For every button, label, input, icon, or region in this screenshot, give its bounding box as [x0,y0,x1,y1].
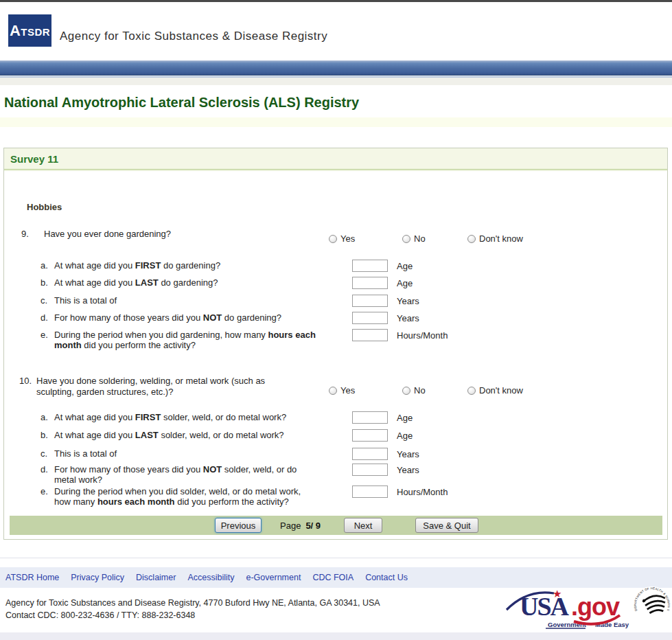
radio-option-q9-yes[interactable]: Yes [329,232,355,242]
subquestion-letter: e. [40,330,48,340]
answer-input-q9a[interactable] [352,260,388,272]
answer-unit-label: Years [397,465,419,475]
survey-title: Survey 11 [10,153,58,165]
page-indicator: Page5/ 9 [280,521,321,531]
masthead: ATSDR Agency for Toxic Substances & Dise… [0,2,672,60]
subquestion-letter: a. [40,260,48,271]
answer-unit-label: Age [397,261,413,271]
usagov-logo[interactable]: USA.gov Government Made Easy ★ [505,586,638,630]
subquestion-text: At what age did you FIRST do gardening? [54,260,356,271]
radio-option-label: No [414,233,426,244]
subquestion-letter: b. [40,277,48,288]
survey-panel: Survey 11 Hobbies Previous Page5/ 9 Next… [3,148,668,540]
radio-option-label: Don't know [479,385,523,396]
footer-link-privacy-policy[interactable]: Privacy Policy [71,573,124,582]
usagov-tagline: Government Made Easy [548,621,629,628]
radio-option-q9-don-t-know[interactable]: Don't know [467,232,523,242]
page-indicator-value: 5/ 9 [305,521,321,531]
subquestion-letter: c. [40,448,47,459]
radio-option-q10-don-t-know[interactable]: Don't know [467,384,523,394]
answer-input-q10a[interactable] [352,411,388,424]
radio-button-icon[interactable] [402,235,410,243]
subquestion-text: At what age did you FIRST solder, weld, … [54,412,356,422]
subquestion-text: This is a total of [54,448,356,459]
question-number: 10. [19,376,32,387]
footer-links-bar: ATSDR HomePrivacy PolicyDisclaimerAccess… [0,567,672,588]
section-heading: Hobbies [27,202,62,212]
subquestion-text: During the period when you did solder, w… [54,486,356,507]
hhs-seal-icon: DEPARTMENT OF HEALTH & HUMAN SERVICES · … [633,586,671,624]
answer-input-q10b[interactable] [352,429,388,442]
previous-button[interactable]: Previous [215,518,262,533]
answer-input-q9b[interactable] [352,277,388,289]
atsdr-logo[interactable]: ATSDR [8,14,51,47]
agency-name: Agency for Toxic Substances & Disease Re… [60,30,327,43]
primary-nav-bar [0,60,672,76]
answer-unit-label: Years [397,296,419,306]
answer-unit-label: Years [397,313,419,323]
radio-button-icon[interactable] [329,235,337,243]
answer-input-q10e[interactable] [352,485,388,498]
answer-input-q10d[interactable] [352,464,388,476]
answer-unit-label: Age [397,278,413,288]
save-and-quit-button[interactable]: Save & Quit [415,518,478,533]
usagov-tagline-right: Made Easy [595,621,629,628]
radio-option-q10-no[interactable]: No [402,384,426,394]
subquestion-text: At what age did you LAST solder, weld, o… [54,430,356,440]
title-band [0,117,672,127]
radio-option-q9-no[interactable]: No [402,232,426,242]
radio-button-icon[interactable] [467,235,476,243]
question-number: 9. [21,229,29,240]
usagov-gov-text: .gov [571,595,619,619]
subquestion-text: This is a total of [54,295,356,306]
radio-option-label: Don't know [479,233,523,244]
radio-option-label: No [414,385,426,396]
answer-input-q9d[interactable] [352,312,388,324]
answer-input-q9c[interactable] [352,295,388,307]
answer-unit-label: Years [397,449,419,459]
footer-link-atsdr-home[interactable]: ATSDR Home [5,573,59,582]
answer-input-q10c[interactable] [352,448,388,460]
subquestion-letter: b. [40,430,48,440]
subquestion-text: At what age did you LAST do gardening? [54,277,356,288]
answer-unit-label: Age [397,413,413,423]
subquestion-letter: e. [40,486,48,496]
subquestion-text: For how many of those years did you NOT … [54,312,356,323]
pager-bar: Previous Page5/ 9 Next Save & Quit [10,516,662,535]
page-indicator-prefix: Page [280,521,301,531]
survey-header: Survey 11 [4,148,667,170]
subquestion-text: During the period when you did gardening… [54,330,356,350]
subquestion-letter: d. [40,312,48,323]
radio-option-q10-yes[interactable]: Yes [329,384,355,394]
atsdr-logo-text: ATSDR [10,22,50,40]
footer-link-e-government[interactable]: e-Government [246,573,301,582]
footer-link-contact-us[interactable]: Contact Us [365,573,408,582]
usagov-usa-text: USA [520,593,568,619]
subquestion-letter: d. [40,464,48,475]
answer-unit-label: Hours/Month [397,487,448,497]
question-text: Have you done soldering, welding, or met… [36,376,325,398]
question-text: Have you ever done gardening? [44,229,332,240]
usagov-tagline-left: Government [548,621,586,628]
nav-sub-strip [0,78,672,85]
subquestion-letter: a. [40,412,48,422]
next-button[interactable]: Next [344,518,382,533]
bottom-strip [0,632,672,640]
answer-unit-label: Hours/Month [397,330,448,341]
footer-link-accessibility[interactable]: Accessibility [187,573,234,582]
footer-link-cdc-foia[interactable]: CDC FOIA [312,573,354,582]
footer-divider [0,558,672,558]
subquestion-text: For how many of those years did you NOT … [54,464,356,485]
footer-link-disclaimer[interactable]: Disclaimer [136,573,176,582]
radio-button-icon[interactable] [402,387,410,395]
page-title: National Amyotrophic Lateral Sclerosis (… [4,95,359,111]
radio-option-label: Yes [340,385,355,396]
radio-option-label: Yes [340,233,355,244]
radio-button-icon[interactable] [467,387,476,395]
footer-address: Agency for Toxic Substances and Disease … [5,598,380,608]
answer-unit-label: Age [397,431,413,441]
answer-input-q9e[interactable] [352,329,388,341]
radio-button-icon[interactable] [329,387,337,395]
subquestion-letter: c. [40,295,47,306]
footer-contact: Contact CDC: 800-232-4636 / TTY: 888-232… [5,610,195,620]
